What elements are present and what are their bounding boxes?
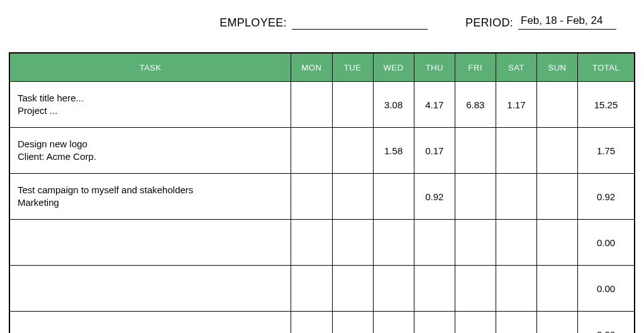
cell-row-total: 0.92: [578, 174, 635, 220]
cell-wed[interactable]: 1.58: [373, 128, 414, 174]
cell-sat[interactable]: [496, 128, 536, 174]
cell-tue[interactable]: [332, 220, 373, 266]
task-subtitle: Marketing: [18, 196, 283, 209]
cell-sun[interactable]: [536, 174, 577, 220]
col-wed: WED: [373, 53, 414, 82]
cell-sat[interactable]: [496, 174, 536, 220]
cell-fri[interactable]: [455, 220, 496, 266]
cell-wed[interactable]: 3.08: [373, 82, 414, 128]
task-cell[interactable]: Design new logo Client: Acme Corp.: [9, 128, 291, 174]
cell-sun[interactable]: [536, 82, 577, 128]
cell-wed[interactable]: [373, 220, 414, 266]
timesheet-page: EMPLOYEE: PERIOD: Feb, 18 - Feb, 24 TASK…: [0, 0, 644, 333]
cell-thu[interactable]: [414, 220, 455, 266]
task-subtitle: Project ...: [18, 104, 283, 117]
col-sat: SAT: [496, 53, 536, 82]
table-row: Design new logo Client: Acme Corp. 1.58 …: [9, 128, 635, 174]
task-cell[interactable]: [9, 220, 291, 266]
header-fields: EMPLOYEE: PERIOD: Feb, 18 - Feb, 24: [9, 14, 635, 30]
cell-sat[interactable]: [496, 312, 536, 334]
cell-sat[interactable]: [496, 220, 536, 266]
cell-sun[interactable]: [536, 312, 577, 334]
col-thu: THU: [414, 53, 455, 82]
task-title: Task title here...: [18, 92, 283, 104]
cell-mon[interactable]: [291, 128, 332, 174]
cell-tue[interactable]: [332, 312, 373, 334]
task-cell[interactable]: [9, 266, 291, 312]
cell-fri[interactable]: [455, 312, 496, 334]
cell-sun[interactable]: [536, 266, 577, 312]
cell-sat[interactable]: [496, 266, 536, 312]
employee-field: EMPLOYEE:: [219, 14, 428, 30]
period-field: PERIOD: Feb, 18 - Feb, 24: [465, 14, 616, 30]
cell-fri[interactable]: 6.83: [455, 82, 496, 128]
timesheet-table: TASK MON TUE WED THU FRI SAT SUN TOTAL T…: [9, 52, 635, 333]
period-value[interactable]: Feb, 18 - Feb, 24: [518, 14, 616, 30]
cell-wed[interactable]: [373, 266, 414, 312]
cell-thu[interactable]: 0.17: [414, 128, 455, 174]
cell-fri[interactable]: [455, 128, 496, 174]
period-label: PERIOD:: [465, 16, 513, 30]
col-mon: MON: [291, 53, 332, 82]
cell-mon[interactable]: [291, 312, 332, 334]
col-task: TASK: [9, 53, 291, 82]
table-row: 0.00: [9, 220, 635, 266]
cell-row-total: 1.75: [578, 128, 635, 174]
col-total: TOTAL: [578, 53, 635, 82]
table-row: Test campaign to myself and stakeholders…: [9, 174, 635, 220]
task-cell[interactable]: Test campaign to myself and stakeholders…: [9, 174, 291, 220]
cell-row-total: 15.25: [578, 82, 635, 128]
header-row: TASK MON TUE WED THU FRI SAT SUN TOTAL: [9, 53, 635, 82]
col-tue: TUE: [332, 53, 373, 82]
cell-tue[interactable]: [332, 174, 373, 220]
cell-row-total: 0.00: [578, 312, 635, 334]
cell-thu[interactable]: 4.17: [414, 82, 455, 128]
task-subtitle: Client: Acme Corp.: [18, 150, 283, 163]
employee-label: EMPLOYEE:: [219, 16, 287, 30]
cell-wed[interactable]: [373, 174, 414, 220]
task-cell[interactable]: [9, 312, 291, 334]
cell-tue[interactable]: [332, 82, 373, 128]
employee-value[interactable]: [292, 14, 428, 30]
cell-mon[interactable]: [291, 266, 332, 312]
cell-row-total: 0.00: [578, 266, 635, 312]
cell-wed[interactable]: [373, 312, 414, 334]
col-fri: FRI: [455, 53, 496, 82]
table-row: 0.00: [9, 266, 635, 312]
table-row: 0.00: [9, 312, 635, 334]
task-title: Test campaign to myself and stakeholders: [18, 184, 283, 196]
cell-sun[interactable]: [536, 128, 577, 174]
task-title: Design new logo: [18, 138, 283, 150]
cell-fri[interactable]: [455, 266, 496, 312]
cell-row-total: 0.00: [578, 220, 635, 266]
task-cell[interactable]: Task title here... Project ...: [9, 82, 291, 128]
cell-sun[interactable]: [536, 220, 577, 266]
table-row: Task title here... Project ... 3.08 4.17…: [9, 82, 635, 128]
cell-sat[interactable]: 1.17: [496, 82, 536, 128]
cell-tue[interactable]: [332, 266, 373, 312]
cell-mon[interactable]: [291, 220, 332, 266]
cell-tue[interactable]: [332, 128, 373, 174]
cell-mon[interactable]: [291, 174, 332, 220]
cell-thu[interactable]: [414, 312, 455, 334]
cell-fri[interactable]: [455, 174, 496, 220]
cell-thu[interactable]: [414, 266, 455, 312]
cell-thu[interactable]: 0.92: [414, 174, 455, 220]
cell-mon[interactable]: [291, 82, 332, 128]
col-sun: SUN: [536, 53, 577, 82]
